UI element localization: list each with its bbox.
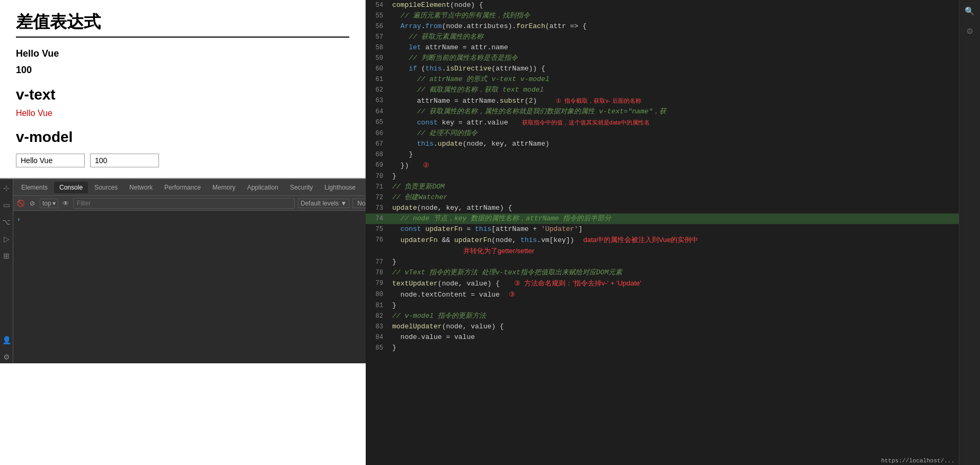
line-number: 73: [366, 203, 390, 213]
line-number: 85: [366, 343, 390, 353]
top-selector[interactable]: top ▾: [40, 199, 58, 208]
settings-icon[interactable]: ⚙: [0, 351, 13, 363]
person-icon[interactable]: 👤: [0, 334, 13, 346]
eye-icon[interactable]: 👁: [61, 199, 70, 208]
code-line-71: 71// 负责更新DOM: [366, 182, 959, 192]
code-line-77: 77}: [366, 257, 959, 267]
vmodel-input-1[interactable]: [16, 154, 85, 167]
line-content: // v-model 指令的更新方法: [390, 311, 959, 321]
line-content: }: [390, 171, 959, 182]
code-line-85: 85}: [366, 343, 959, 353]
line-number: 83: [366, 321, 390, 332]
code-line-73: 73update(node, key, attrName) {: [366, 203, 959, 213]
vmodel-input-2[interactable]: [90, 154, 159, 167]
code-line-78: 78// vText 指令的更新方法 处理v-text指令把值取出来赋给对应DO…: [366, 267, 959, 278]
mobile-icon[interactable]: ▭: [0, 199, 13, 211]
line-content: let attrName = attr.name: [390, 42, 959, 53]
line-number: 59: [366, 53, 390, 64]
code-line-82: 82// v-model 指令的更新方法: [366, 311, 959, 321]
clear-icon[interactable]: 🚫: [16, 199, 25, 208]
filter-toggle-icon[interactable]: ⊘: [28, 199, 37, 208]
code-line-74: 74 // node 节点，key 数据的属性名称，attrName 指令的后半…: [366, 213, 959, 224]
tab-performance[interactable]: Performance: [159, 182, 206, 193]
number-display: 100: [16, 65, 349, 76]
line-number: 55: [366, 11, 390, 21]
line-number: 79: [366, 278, 390, 289]
line-number: 63: [366, 95, 390, 106]
tab-elements[interactable]: Elements: [16, 182, 53, 193]
gear-icon[interactable]: ⚙: [963, 24, 977, 38]
code-line-75: 75 const updaterFn = this[attrName + 'Up…: [366, 224, 959, 235]
line-number: 77: [366, 257, 390, 267]
code-line-76: 76 updaterFn && updaterFn(node, this.vm[…: [366, 235, 959, 257]
line-number: 68: [366, 149, 390, 160]
tab-security[interactable]: Security: [285, 182, 318, 193]
line-content: }: [390, 149, 959, 160]
prompt-arrow: ›: [17, 215, 20, 223]
line-number: 58: [366, 42, 390, 53]
plugin-icon[interactable]: ⊞: [0, 249, 13, 262]
line-content: if (this.isDirective(attrName)) {: [390, 64, 959, 74]
line-number: 75: [366, 224, 390, 235]
code-line-63: 63 attrName = attrName.substr(2) ① 指令截取，…: [366, 95, 959, 106]
tab-memory[interactable]: Memory: [207, 182, 241, 193]
console-prompt[interactable]: ›: [17, 215, 390, 223]
line-content: // 截取属性的名称，获取 text model: [390, 85, 959, 95]
debug-icon[interactable]: ▷: [0, 232, 13, 245]
line-content: // 获取元素属性的名称: [390, 32, 959, 42]
code-line-66: 66 // 处理不同的指令: [366, 128, 959, 139]
line-content: // 创建Watcher: [390, 192, 959, 203]
line-content: node.value = value: [390, 332, 959, 343]
line-content: // 获取属性的名称，属性的名称就是我们数据对象的属性 v-text="name…: [390, 106, 959, 117]
line-number: 57: [366, 32, 390, 42]
line-content: attrName = attrName.substr(2) ① 指令截取，获取v…: [390, 95, 959, 106]
code-line-57: 57 // 获取元素属性的名称: [366, 32, 959, 42]
tab-sources[interactable]: Sources: [89, 182, 123, 193]
code-line-80: 80 node.textContent = value ③: [366, 289, 959, 300]
line-number: 60: [366, 64, 390, 74]
code-line-84: 84 node.value = value: [366, 332, 959, 343]
code-line-79: 79textUpdater(node, value) { ③ 方法命名规则：'指…: [366, 278, 959, 289]
default-levels-label: Default levels ▼: [301, 200, 347, 207]
hello-vue-red-label: Hello Vue: [16, 109, 349, 118]
line-number: 61: [366, 74, 390, 85]
vtext-heading: v-text: [16, 86, 349, 103]
console-filter-input[interactable]: [73, 198, 295, 209]
line-content: Array.from(node.attributes).forEach(attr…: [390, 21, 959, 32]
line-number: 72: [366, 192, 390, 203]
cursor-icon[interactable]: ⊹: [0, 182, 13, 194]
code-line-54: 54compileElement(node) {: [366, 0, 959, 11]
tab-console[interactable]: Console: [54, 182, 88, 193]
code-line-68: 68 }: [366, 149, 959, 160]
line-content: compileElement(node) {: [390, 0, 959, 11]
url-bar: https://localhost/...: [881, 458, 955, 464]
line-content: }: [390, 300, 959, 311]
line-number: 65: [366, 117, 390, 128]
line-content: // 遍历元素节点中的所有属性，找到指令: [390, 11, 959, 21]
tab-application[interactable]: Application: [242, 182, 284, 193]
line-content: this.update(node, key, attrName): [390, 139, 959, 149]
line-number: 56: [366, 21, 390, 32]
line-content: // node 节点，key 数据的属性名称，attrName 指令的后半部分: [390, 213, 959, 224]
search-icon[interactable]: 🔍: [963, 4, 977, 18]
line-number: 78: [366, 267, 390, 278]
devtools-main: Elements Console Sources Network Perform…: [13, 179, 394, 363]
code-line-60: 60 if (this.isDirective(attrName)) {: [366, 64, 959, 74]
page-title: 差值表达式: [16, 11, 349, 38]
line-number: 62: [366, 85, 390, 95]
code-line-65: 65 const key = attr.value 获取指令中的值，这个值其实就…: [366, 117, 959, 128]
line-content: // 负责更新DOM: [390, 182, 959, 192]
line-number: 82: [366, 311, 390, 321]
line-content: update(node, key, attrName) {: [390, 203, 959, 213]
code-line-64: 64 // 获取属性的名称，属性的名称就是我们数据对象的属性 v-text="n…: [366, 106, 959, 117]
line-number: 54: [366, 0, 390, 11]
tab-network[interactable]: Network: [124, 182, 158, 193]
git-icon[interactable]: ⌥: [0, 216, 13, 228]
code-line-56: 56 Array.from(node.attributes).forEach(a…: [366, 21, 959, 32]
default-levels-dropdown[interactable]: Default levels ▼: [298, 199, 349, 208]
code-line-55: 55 // 遍历元素节点中的所有属性，找到指令: [366, 11, 959, 21]
line-number: 74: [366, 213, 390, 224]
tab-lighthouse[interactable]: Lighthouse: [319, 182, 361, 193]
line-number: 66: [366, 128, 390, 139]
code-line-81: 81}: [366, 300, 959, 311]
